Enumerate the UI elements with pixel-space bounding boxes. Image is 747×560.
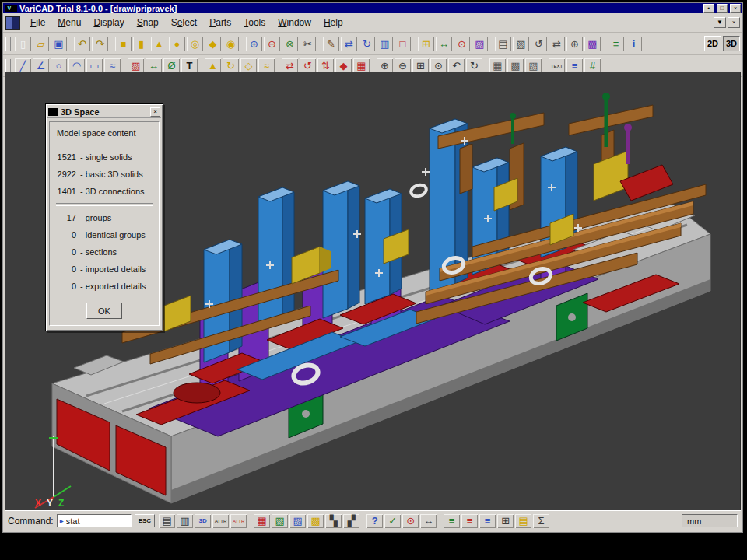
solid-torus-icon[interactable]: ◎ bbox=[187, 37, 203, 51]
select-all-icon[interactable]: ▦ bbox=[254, 514, 270, 528]
section-icon[interactable]: ▨ bbox=[472, 37, 488, 51]
toolbar-group-separator bbox=[109, 37, 114, 51]
close-button[interactable]: × bbox=[730, 4, 741, 13]
delete-solid-icon[interactable]: □ bbox=[395, 37, 411, 51]
list-groups-icon[interactable]: ≡ bbox=[461, 514, 478, 528]
dialog-body: Model space content 1521 - single solids… bbox=[49, 121, 160, 326]
title-bar[interactable]: V-- VariCAD Trial 8.1-0.0 - [draw/pripra… bbox=[3, 3, 742, 13]
menu-item-display[interactable]: Display bbox=[87, 16, 130, 30]
menu-item-menu[interactable]: Menu bbox=[51, 16, 87, 30]
view-front-icon[interactable]: ▤ bbox=[495, 37, 511, 51]
boolean-subtract-icon[interactable]: ⊖ bbox=[264, 37, 280, 51]
stat-value: 0 bbox=[53, 282, 76, 291]
stat-label: - basic 3D solids bbox=[80, 170, 143, 179]
dialog-close-icon[interactable]: × bbox=[150, 107, 160, 117]
database-table-icon[interactable]: ⊞ bbox=[497, 514, 514, 528]
menu-item-file[interactable]: File bbox=[24, 16, 51, 30]
unblank-solid-icon[interactable]: ▞ bbox=[343, 514, 359, 528]
new-file-icon[interactable]: ▯ bbox=[15, 37, 31, 51]
attributes-edit-icon[interactable]: ATTR bbox=[230, 514, 247, 528]
measure-icon[interactable]: ↔ bbox=[436, 37, 452, 51]
pan-view-icon[interactable]: ⇄ bbox=[549, 37, 565, 51]
notes-icon[interactable]: ▤ bbox=[515, 514, 531, 528]
hide-solid-icon[interactable]: ▩ bbox=[584, 37, 601, 51]
info-icon[interactable]: i bbox=[626, 37, 642, 51]
solid-sphere-icon[interactable]: ● bbox=[169, 37, 185, 51]
dialog-title-bar[interactable]: 3D Space × bbox=[47, 106, 161, 118]
mdi-restore-button[interactable]: ▼ bbox=[714, 17, 726, 28]
boolean-intersect-icon[interactable]: ⊗ bbox=[282, 37, 298, 51]
esc-button[interactable]: ESC bbox=[135, 514, 155, 527]
snap-point-icon[interactable]: ⊙ bbox=[454, 37, 470, 51]
command-input[interactable] bbox=[66, 516, 116, 526]
zoom-select-icon[interactable]: ⊕ bbox=[566, 37, 583, 51]
mode-2d-button[interactable]: 2D bbox=[704, 36, 721, 51]
print-icon[interactable]: ▤ bbox=[159, 514, 175, 528]
select-color-icon[interactable]: ▩ bbox=[307, 514, 324, 528]
command-combo[interactable]: ▸ bbox=[57, 514, 132, 527]
select-layer-icon[interactable]: ▧ bbox=[272, 514, 288, 528]
menu-item-parts[interactable]: Parts bbox=[203, 16, 237, 30]
move-solid-icon[interactable]: ⇄ bbox=[341, 37, 357, 51]
save-file-icon[interactable]: ▣ bbox=[51, 37, 67, 51]
list-layers-icon[interactable]: ≡ bbox=[479, 514, 496, 528]
locate-icon[interactable]: ⊙ bbox=[402, 514, 419, 528]
toolbar-grip[interactable] bbox=[5, 59, 11, 73]
select-type-icon[interactable]: ▨ bbox=[289, 514, 306, 528]
identify-icon[interactable]: ? bbox=[366, 514, 383, 528]
blank-solid-icon[interactable]: ▚ bbox=[325, 514, 342, 528]
dialog-3d-space: 3D Space × Model space content 1521 - si… bbox=[45, 103, 163, 331]
toolbar-group-separator bbox=[601, 37, 607, 51]
solid-box-icon[interactable]: ■ bbox=[115, 37, 132, 51]
plot-icon[interactable]: ▥ bbox=[177, 514, 193, 528]
undo-icon[interactable]: ↶ bbox=[74, 37, 90, 51]
menu-item-snap[interactable]: Snap bbox=[131, 16, 165, 30]
distance-icon[interactable]: ↔ bbox=[420, 514, 437, 528]
open-file-icon[interactable]: ▱ bbox=[33, 37, 49, 51]
toolbar-group-separator bbox=[317, 37, 322, 51]
menu-item-select[interactable]: Select bbox=[165, 16, 203, 30]
copy-solid-icon[interactable]: ▥ bbox=[377, 37, 393, 51]
axis-x-label: X bbox=[35, 498, 41, 509]
menu-item-help[interactable]: Help bbox=[317, 16, 349, 30]
toolbar-main-icons: ▯▱▣↶↷■▮▲●◎◆◉⊕⊖⊗✂✎⇄↻▥□⊞↔⊙▨▤▧↺⇄⊕▩≡i bbox=[14, 37, 643, 51]
rotate-view-icon[interactable]: ↺ bbox=[531, 37, 547, 51]
viewport-3d[interactable]: X Y Z 3D Space × Model space content 152… bbox=[5, 72, 741, 511]
toolbar-group-separator bbox=[247, 513, 253, 528]
axis-labels: X Y Z bbox=[35, 498, 64, 509]
rotate-solid-icon[interactable]: ↻ bbox=[359, 37, 375, 51]
maximize-button[interactable]: □ bbox=[717, 4, 728, 13]
redo-icon[interactable]: ↷ bbox=[92, 37, 108, 51]
units-field[interactable]: mm bbox=[682, 514, 738, 527]
list-solids-icon[interactable]: ≡ bbox=[444, 514, 460, 528]
insert-part-icon[interactable]: ⊞ bbox=[418, 37, 434, 51]
menu-item-window[interactable]: Window bbox=[272, 16, 317, 30]
stat-value: 1401 bbox=[53, 187, 76, 196]
command-option-icon: ▸ bbox=[60, 515, 64, 527]
command-bar: Command: ▸ ESC ▤▥3DATTRATTR▦▧▨▩▚▞?✓⊙↔≡≡≡… bbox=[5, 510, 741, 530]
calculator-icon[interactable]: Σ bbox=[533, 514, 549, 528]
dialog-heading: Model space content bbox=[57, 128, 156, 138]
attributes-view-icon[interactable]: ATTR bbox=[212, 514, 229, 528]
edit-solid-icon[interactable]: ✎ bbox=[323, 37, 339, 51]
attributes-icon[interactable]: ≡ bbox=[608, 37, 624, 51]
convert-3d-2d-icon[interactable]: 3D bbox=[195, 514, 211, 528]
toolbar-group-separator bbox=[360, 513, 366, 528]
toolbar-grip[interactable] bbox=[5, 37, 11, 51]
solid-cone-icon[interactable]: ▲ bbox=[151, 37, 167, 51]
shade-button[interactable]: ▪ bbox=[703, 4, 714, 13]
view-iso-icon[interactable]: ▧ bbox=[513, 37, 529, 51]
ok-button[interactable]: OK bbox=[86, 303, 122, 319]
verify-icon[interactable]: ✓ bbox=[384, 514, 401, 528]
boolean-union-icon[interactable]: ⊕ bbox=[246, 37, 262, 51]
solid-prism-icon[interactable]: ◆ bbox=[205, 37, 221, 51]
stat-row-groups: 17 - groups bbox=[53, 209, 156, 226]
menu-item-tools[interactable]: Tools bbox=[237, 16, 272, 30]
solid-cut-icon[interactable]: ✂ bbox=[300, 37, 316, 51]
mdi-close-button[interactable]: × bbox=[728, 17, 740, 28]
solid-pipe-icon[interactable]: ◉ bbox=[223, 37, 239, 51]
stat-label: - exported details bbox=[80, 282, 146, 291]
toolbar-group-separator bbox=[437, 513, 443, 528]
solid-cylinder-icon[interactable]: ▮ bbox=[133, 37, 149, 51]
mode-3d-button[interactable]: 3D bbox=[723, 36, 740, 51]
